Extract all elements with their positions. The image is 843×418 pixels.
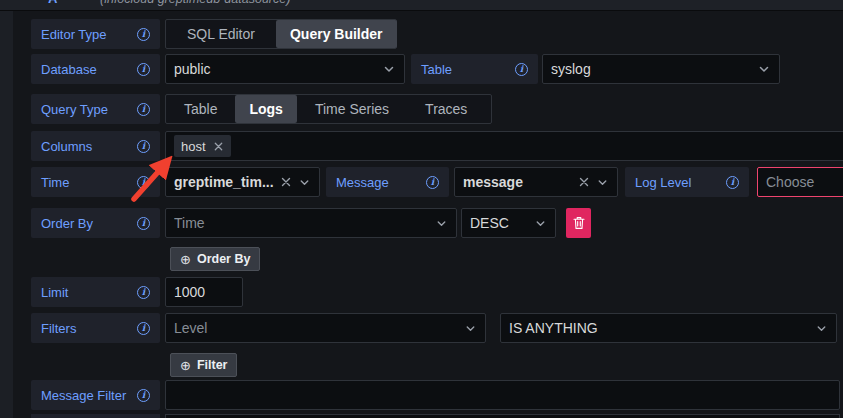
time-column-select[interactable]: greptime_tim...: [165, 167, 320, 197]
chevron-down-icon: [596, 176, 609, 189]
plus-circle-icon: [180, 253, 191, 266]
table-select[interactable]: syslog: [542, 54, 780, 84]
datasource-name: (infocloud greptimedb-datasource): [100, 0, 290, 11]
add-filter-label: Filter: [197, 358, 228, 372]
query-row-header[interactable]: A (infocloud greptimedb-datasource): [0, 0, 843, 11]
order-by-direction-select[interactable]: DESC: [461, 208, 556, 238]
add-order-by-button[interactable]: Order By: [170, 247, 260, 271]
table-value: syslog: [551, 61, 757, 77]
limit-label: Limit: [41, 285, 68, 300]
message-label: Message: [336, 175, 389, 190]
filter-operator-select[interactable]: IS ANYTHING: [500, 313, 837, 343]
remove-order-by-button[interactable]: [566, 208, 591, 238]
radio-option-time-series[interactable]: Time Series: [297, 95, 407, 123]
time-column-value: greptime_tim...: [174, 174, 280, 190]
limit-value: 1000: [174, 284, 205, 300]
time-label: Time: [41, 175, 69, 190]
trash-icon: [573, 216, 585, 230]
segment-query-builder[interactable]: Query Builder: [276, 20, 397, 48]
message-field-label: Message: [326, 167, 449, 197]
query-type-label: Query Type: [41, 102, 108, 117]
info-icon[interactable]: [137, 63, 150, 76]
message-column-select[interactable]: message: [454, 167, 618, 197]
message-filter-field-label: Message Filter: [31, 380, 160, 410]
chevron-down-icon: [435, 217, 448, 230]
info-icon[interactable]: [137, 103, 150, 116]
filters-label: Filters: [41, 321, 76, 336]
chevron-down-icon: [757, 62, 771, 76]
limit-field-label: Limit: [31, 277, 160, 307]
chevron-down-icon: [464, 322, 477, 335]
order-by-label: Order By: [41, 216, 93, 231]
editor-type-segmented: SQL Editor Query Builder: [165, 19, 397, 49]
table-label: Table: [421, 62, 452, 77]
clear-value-icon[interactable]: [578, 176, 590, 188]
info-icon[interactable]: [137, 389, 150, 402]
segment-sql-editor[interactable]: SQL Editor: [166, 20, 276, 48]
editor-type-field-label: Editor Type: [31, 19, 160, 49]
chevron-down-icon: [298, 176, 311, 189]
radio-option-traces[interactable]: Traces: [407, 95, 485, 123]
log-level-placeholder: Choose: [766, 174, 843, 190]
info-icon[interactable]: [137, 322, 150, 335]
query-ref-letter: A: [48, 0, 57, 11]
column-tag-host: host: [174, 135, 231, 157]
filter-operator-value: IS ANYTHING: [509, 320, 815, 336]
remove-tag-icon[interactable]: [213, 141, 224, 152]
message-column-value: message: [463, 174, 578, 190]
database-select[interactable]: public: [165, 54, 405, 84]
radio-option-table[interactable]: Table: [166, 95, 235, 123]
filters-field-label: Filters: [31, 313, 160, 343]
radio-option-logs[interactable]: Logs: [235, 95, 296, 123]
editor-type-label: Editor Type: [41, 27, 107, 42]
info-icon[interactable]: [137, 28, 150, 41]
chevron-down-icon: [534, 217, 547, 230]
plus-circle-icon: [180, 359, 191, 372]
order-by-column-select[interactable]: Time: [165, 208, 457, 238]
order-by-direction-value: DESC: [470, 215, 534, 231]
query-type-field-label: Query Type: [31, 94, 160, 124]
info-icon[interactable]: [426, 176, 439, 189]
database-value: public: [174, 61, 382, 77]
table-field-label: Table: [411, 54, 538, 84]
order-by-column-placeholder: Time: [174, 215, 435, 231]
column-tag-label: host: [181, 139, 206, 154]
database-label: Database: [41, 62, 97, 77]
info-icon[interactable]: [137, 140, 150, 153]
chevron-down-icon: [815, 322, 828, 335]
columns-input[interactable]: host: [165, 131, 843, 161]
left-gutter: [0, 11, 13, 418]
query-row-header-inner: A (infocloud greptimedb-datasource): [0, 0, 843, 11]
time-field-label: Time: [31, 167, 160, 197]
database-field-label: Database: [31, 54, 160, 84]
info-icon[interactable]: [726, 176, 739, 189]
query-type-radio-group: Table Logs Time Series Traces: [165, 94, 492, 124]
limit-input[interactable]: 1000: [165, 277, 243, 307]
add-filter-button[interactable]: Filter: [170, 353, 237, 377]
info-icon[interactable]: [137, 176, 150, 189]
filter-field-placeholder: Level: [174, 320, 464, 336]
order-by-field-label: Order By: [31, 208, 160, 238]
add-order-by-label: Order By: [197, 252, 251, 266]
filter-field-select[interactable]: Level: [165, 313, 486, 343]
message-filter-label: Message Filter: [41, 388, 126, 403]
next-row-input-partial: [165, 414, 840, 418]
log-level-select[interactable]: Choose: [757, 167, 843, 197]
message-filter-input[interactable]: [165, 380, 840, 410]
columns-field-label: Columns: [31, 131, 160, 161]
next-row-label-partial: [31, 414, 160, 418]
info-icon[interactable]: [137, 217, 150, 230]
info-icon[interactable]: [515, 63, 528, 76]
clear-value-icon[interactable]: [280, 176, 292, 188]
log-level-field-label: Log Level: [625, 167, 749, 197]
columns-label: Columns: [41, 139, 92, 154]
chevron-down-icon: [382, 62, 396, 76]
log-level-label: Log Level: [635, 175, 691, 190]
query-editor: A (infocloud greptimedb-datasource) Edit…: [0, 0, 843, 418]
info-icon[interactable]: [137, 286, 150, 299]
